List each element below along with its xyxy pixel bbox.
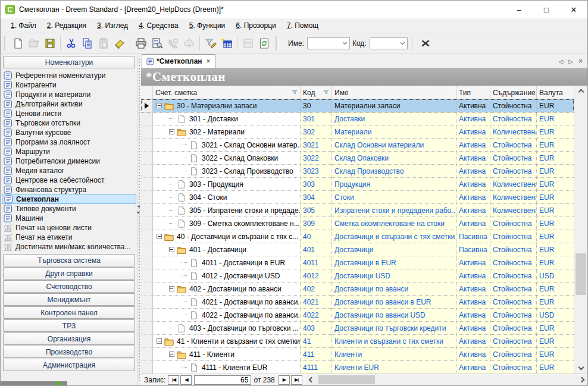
cell-content[interactable]: Количествена xyxy=(490,125,537,139)
table-row[interactable]: 3022 - Склад Опаковки3022Склад ОпаковкиА… xyxy=(141,152,574,165)
cell-code[interactable]: 304 xyxy=(301,191,332,204)
cell-currency[interactable]: EUR xyxy=(537,335,574,348)
table-row[interactable]: 41 - Клиенти и свързани с тях сметки41Кл… xyxy=(141,335,574,348)
cell-code[interactable]: 401 xyxy=(301,243,332,256)
print-icon[interactable] xyxy=(133,36,149,52)
sidebar-item-Машини[interactable]: Машини xyxy=(2,214,136,223)
tree-collapse-icon[interactable] xyxy=(169,352,174,357)
refresh-icon[interactable] xyxy=(256,36,272,52)
tree-cell[interactable]: 309 - Сметка окомплектоване н... xyxy=(153,217,301,230)
cell-content[interactable]: Стойностна xyxy=(490,296,537,309)
table-row[interactable]: 305 - Изпратени стоки и предаде...305Изп… xyxy=(141,204,574,217)
cell-content[interactable]: Количествена xyxy=(490,191,537,204)
filter-edit-icon[interactable] xyxy=(202,36,218,52)
sidebar-item-Маршрути[interactable]: Маршрути xyxy=(2,147,136,156)
code-filter-dropdown-icon[interactable] xyxy=(398,38,407,49)
tree-cell[interactable]: 303 - Продукция xyxy=(153,178,301,191)
tab-smetkoplan[interactable]: *Сметкоплан × xyxy=(142,54,215,68)
cell-currency[interactable]: USD xyxy=(537,309,574,322)
cell-name[interactable]: Клиенти и свързани с тях сметки xyxy=(332,335,456,348)
cell-currency[interactable]: EUR xyxy=(537,283,574,296)
cell-name[interactable]: Стоки xyxy=(332,191,456,204)
table-row[interactable]: 303 - Продукция303ПродукцияАктивнаКоличе… xyxy=(141,178,574,191)
next-record-button[interactable]: ▶ xyxy=(279,375,290,385)
splitter-expand-icon[interactable]: ▸ xyxy=(137,210,140,214)
sidebar-item-Сметкоплан[interactable]: Сметкоплан xyxy=(2,194,136,204)
table-new-icon[interactable] xyxy=(218,36,234,52)
cell-name[interactable]: Доставки xyxy=(332,112,456,125)
tree-cell[interactable]: 41 - Клиенти и свързани с тях сметки xyxy=(153,335,301,348)
cell-content[interactable]: Стойностна xyxy=(490,348,537,361)
sidebar-group-Организация[interactable]: Организация xyxy=(3,332,135,345)
sidebar-item-Референтни номенклатури[interactable]: Референтни номенклатури xyxy=(2,71,136,80)
cell-code[interactable]: 41 xyxy=(301,335,332,348)
table-row[interactable]: 4011 - Доставчици в EUR4011Доставчици в … xyxy=(141,256,574,269)
cell-type[interactable]: Активна xyxy=(456,322,490,335)
cell-currency[interactable]: EUR xyxy=(537,243,574,256)
cell-currency[interactable]: EUR xyxy=(537,348,574,361)
tree-cell[interactable]: 40 - Доставчици и свързани с тях с... xyxy=(153,230,301,243)
cell-type[interactable]: Активна xyxy=(456,361,490,374)
table-row[interactable]: 411 - Клиенти411КлиентиАктивнаСтойностна… xyxy=(141,348,574,361)
cell-name[interactable]: Сметка окомплектоване на стоки xyxy=(332,217,456,230)
menu-item-Функции[interactable]: 5. Функции xyxy=(184,20,231,32)
cell-name[interactable]: Доставчици USD xyxy=(332,269,456,283)
tree-cell[interactable]: 4021 - Доставчици по аванси... xyxy=(153,296,301,309)
vertical-scrollbar[interactable] xyxy=(574,86,587,374)
sidebar-item-Типове документи[interactable]: Типове документи xyxy=(2,204,136,214)
cell-content[interactable]: Стойностна xyxy=(490,269,537,283)
tree-collapse-icon[interactable] xyxy=(169,247,174,252)
table-row[interactable]: 30 - Материални запаси30Материални запас… xyxy=(141,99,574,112)
cell-type[interactable]: Активна xyxy=(456,309,490,322)
table-row[interactable]: 3023 - Склад Производство3023Склад Произ… xyxy=(141,165,574,178)
clear-filter-icon[interactable]: ✕ xyxy=(415,37,436,50)
cell-type[interactable]: Активна xyxy=(456,125,490,139)
cell-code[interactable]: 403 xyxy=(301,322,332,335)
cell-code[interactable]: 3022 xyxy=(301,152,332,165)
cell-type[interactable]: Активна xyxy=(456,191,490,204)
menu-item-Помощ[interactable]: 7. Помощ xyxy=(282,20,324,32)
tree-cell[interactable]: 301 - Доставки xyxy=(153,112,301,125)
cell-code[interactable]: 305 xyxy=(301,204,332,217)
cell-currency[interactable]: EUR xyxy=(537,230,574,243)
sidebar-splitter[interactable]: ◂ ▸ xyxy=(137,54,141,385)
sidebar-item-Контрагенти[interactable]: Контрагенти xyxy=(2,80,136,90)
cell-name[interactable]: Доставчици xyxy=(332,243,456,256)
sidebar-item-Печат на етикети[interactable]: Печат на етикети xyxy=(2,233,136,242)
cell-content[interactable]: Стойностна xyxy=(490,361,537,374)
tree-cell[interactable]: 411 - Клиенти xyxy=(153,348,301,361)
sidebar-item-Финансова структура[interactable]: Финансова структура xyxy=(2,185,136,194)
table-row[interactable]: 304 - Стоки304СтокиАктивнаКоличественаEU… xyxy=(141,191,574,204)
cell-currency[interactable]: EUR xyxy=(537,204,574,217)
first-record-button[interactable]: |◀ xyxy=(168,375,179,385)
cell-code[interactable]: 303 xyxy=(301,178,332,191)
cell-name[interactable]: Продукция xyxy=(332,178,456,191)
maximize-button[interactable]: □ xyxy=(533,1,560,18)
cell-name[interactable]: Материални запаси xyxy=(332,99,456,112)
table-row[interactable]: 4021 - Доставчици по аванси...4021Достав… xyxy=(141,296,574,309)
copy-icon[interactable] xyxy=(79,36,95,52)
tree-cell[interactable]: 304 - Стоки xyxy=(153,191,301,204)
table-row[interactable]: 4012 - Доставчици USD4012Доставчици USDА… xyxy=(141,269,574,283)
cell-type[interactable]: Пасивна xyxy=(456,230,490,243)
cell-type[interactable]: Активна xyxy=(456,178,490,191)
name-filter-combo[interactable] xyxy=(307,37,350,49)
tree-cell[interactable]: 302 - Материали xyxy=(153,125,301,139)
cell-code[interactable]: 4012 xyxy=(301,269,332,283)
cell-type[interactable]: Активна xyxy=(456,152,490,165)
cell-type[interactable]: Пасивна xyxy=(456,243,490,256)
column-header-Счет. сметка[interactable]: Счет. сметка xyxy=(153,86,301,99)
cell-code[interactable]: 4111 xyxy=(301,361,332,374)
sidebar-item-Търговски отстъпки[interactable]: Търговски отстъпки xyxy=(2,118,136,128)
column-header-Име[interactable]: Име xyxy=(332,86,456,99)
sidebar-item-Потребителски дименсии[interactable]: Потребителски дименсии xyxy=(2,156,136,166)
print-preview-icon[interactable] xyxy=(149,36,165,52)
cell-type[interactable]: Активна xyxy=(456,283,490,296)
cell-currency[interactable]: EUR xyxy=(537,99,574,112)
cell-code[interactable]: 301 xyxy=(301,112,332,125)
cell-content[interactable]: Стойностна xyxy=(490,152,537,165)
sidebar-group-Администрация[interactable]: Администрация xyxy=(3,359,135,371)
minimize-button[interactable]: – xyxy=(505,1,533,18)
tree-cell[interactable]: 3022 - Склад Опаковки xyxy=(153,152,301,165)
cell-code[interactable]: 40 xyxy=(301,230,332,243)
